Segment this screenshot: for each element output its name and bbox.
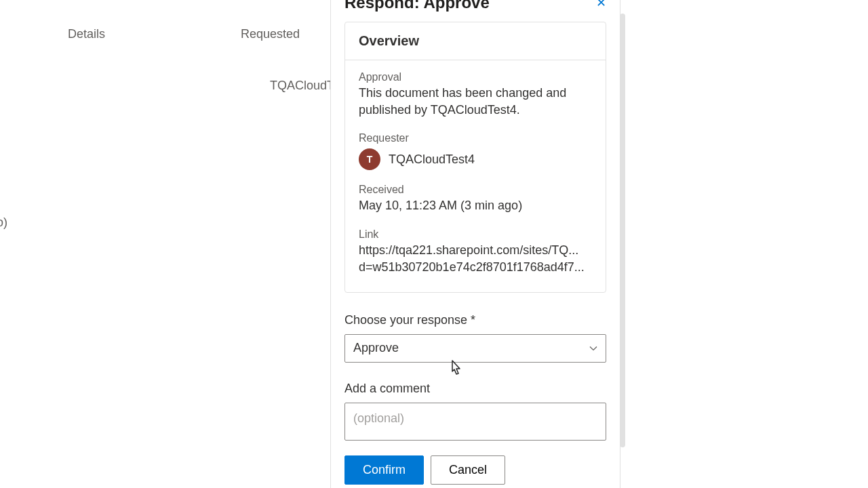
link-value-line1[interactable]: https://tqa221.sharepoint.com/sites/TQ..… [359,242,592,259]
panel-title: Respond: Approve [344,0,490,12]
overview-header: Overview [345,22,606,60]
received-field: Received May 10, 11:23 AM (3 min ago) [359,184,592,214]
requester-name: TQACloudTest4 [389,152,475,167]
cancel-button[interactable]: Cancel [431,455,505,485]
respond-approve-panel: Respond: Approve ✕ Overview Approval Thi… [330,0,620,488]
panel-scrollbar[interactable] [620,14,625,447]
response-label: Choose your response * [344,313,606,327]
response-dropdown-value: Approve [353,341,399,355]
comment-input[interactable]: (optional) [344,403,606,441]
received-label: Received [359,184,592,196]
chevron-down-icon [589,344,597,352]
link-value-line2[interactable]: d=w51b30720b1e74c2f8701f1768ad4f7... [359,259,592,276]
truncated-side-text: o) [0,216,7,230]
response-section: Choose your response * Approve [331,293,620,363]
requester-field: Requester T TQACloudTest4 [359,132,592,170]
overview-card: Overview Approval This document has been… [344,22,606,293]
link-label: Link [359,228,592,241]
received-value: May 10, 11:23 AM (3 min ago) [359,197,592,214]
requester-row: T TQACloudTest4 [359,148,592,170]
approval-label: Approval [359,71,592,83]
response-dropdown[interactable]: Approve [344,334,606,363]
close-icon[interactable]: ✕ [596,0,606,10]
column-header-details: Details [68,27,105,41]
avatar: T [359,148,380,170]
link-field: Link https://tqa221.sharepoint.com/sites… [359,228,592,276]
button-row: Confirm Cancel [331,441,620,485]
comment-section: Add a comment (optional) [331,363,620,441]
overview-body: Approval This document has been changed … [345,60,606,292]
column-header-requested: Requested [241,27,300,41]
confirm-button[interactable]: Confirm [344,455,424,485]
panel-header: Respond: Approve ✕ [331,0,620,22]
approval-text: This document has been changed and publi… [359,85,592,119]
approval-field: Approval This document has been changed … [359,71,592,119]
requester-label: Requester [359,132,592,144]
comment-label: Add a comment [344,382,606,396]
